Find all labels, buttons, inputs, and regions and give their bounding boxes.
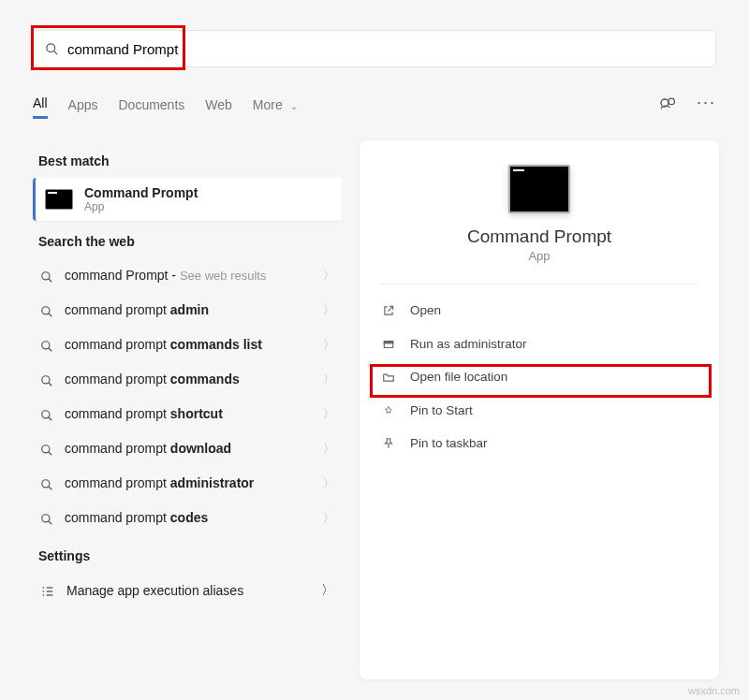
search-icon — [43, 41, 60, 57]
pin-icon — [380, 402, 397, 416]
tab-more-label: More — [253, 97, 283, 112]
app-icon — [45, 189, 73, 210]
svg-point-16 — [42, 479, 50, 487]
preview-title: Command Prompt — [360, 226, 719, 247]
settings-item[interactable]: Manage app execution aliases 〉 — [33, 573, 342, 608]
svg-line-13 — [49, 416, 52, 420]
action-open-location-label: Open file location — [410, 370, 507, 384]
svg-line-9 — [49, 347, 52, 351]
svg-line-19 — [49, 520, 52, 524]
more-options-icon[interactable]: ··· — [697, 94, 716, 110]
web-result-item[interactable]: command prompt commands list〉 — [33, 328, 342, 362]
web-result-label: command prompt shortcut — [65, 406, 223, 421]
web-result-item[interactable]: command Prompt - See web results〉 — [33, 258, 342, 293]
svg-point-10 — [42, 375, 50, 383]
section-settings: Settings — [38, 548, 336, 563]
folder-icon — [380, 370, 397, 384]
svg-line-7 — [49, 313, 52, 316]
chevron-right-icon: 〉 — [323, 475, 334, 491]
web-result-label: command prompt download — [65, 441, 231, 456]
shield-icon — [380, 336, 397, 350]
chevron-right-icon: 〉 — [323, 268, 334, 284]
svg-point-3 — [668, 98, 674, 104]
tab-documents[interactable]: Documents — [118, 97, 184, 118]
section-web: Search the web — [38, 234, 336, 249]
section-best-match: Best match — [38, 153, 336, 168]
search-icon — [40, 372, 53, 386]
chevron-right-icon: 〉 — [323, 337, 334, 353]
action-open-label: Open — [410, 303, 441, 317]
filter-tabs: All Apps Documents Web More ⌄ — [33, 95, 298, 119]
svg-line-17 — [49, 486, 52, 489]
action-run-admin-label: Run as administrator — [410, 337, 527, 351]
tab-more[interactable]: More ⌄ — [253, 97, 298, 118]
preview-panel: Command Prompt App Open Run as administr… — [360, 140, 719, 679]
tab-web[interactable]: Web — [205, 97, 232, 118]
svg-point-8 — [42, 341, 50, 348]
results-panel: Best match Command Prompt App Search the… — [33, 140, 342, 608]
action-pin-start[interactable]: Pin to Start — [373, 393, 706, 426]
chevron-right-icon: 〉 — [323, 510, 334, 526]
svg-line-11 — [49, 382, 52, 386]
web-result-item[interactable]: command prompt commands〉 — [33, 362, 342, 397]
svg-point-18 — [42, 514, 50, 521]
action-open[interactable]: Open — [373, 294, 706, 327]
web-result-item[interactable]: command prompt shortcut〉 — [33, 397, 342, 431]
svg-point-4 — [42, 271, 50, 279]
web-result-item[interactable]: command prompt admin〉 — [33, 293, 342, 328]
web-result-item[interactable]: command prompt codes〉 — [33, 501, 342, 535]
web-result-item[interactable]: command prompt administrator〉 — [33, 466, 342, 501]
action-pin-taskbar-label: Pin to taskbar — [410, 436, 488, 450]
search-icon — [40, 406, 53, 421]
open-icon — [380, 303, 397, 317]
settings-item-label: Manage app execution aliases — [66, 583, 243, 598]
tab-all[interactable]: All — [33, 95, 48, 119]
svg-line-15 — [49, 451, 52, 455]
action-pin-taskbar[interactable]: Pin to taskbar — [373, 427, 706, 459]
web-result-label: command prompt commands list — [65, 337, 262, 352]
search-bar[interactable] — [33, 30, 716, 67]
web-result-item[interactable]: command prompt download〉 — [33, 431, 342, 466]
best-match-title: Command Prompt — [84, 185, 198, 200]
web-result-label: command Prompt - See web results — [65, 268, 266, 283]
search-input[interactable] — [60, 36, 706, 63]
preview-app-icon — [508, 165, 570, 213]
watermark: wsxdn.com — [688, 685, 740, 696]
settings-list-icon — [40, 582, 55, 598]
search-icon — [40, 441, 53, 456]
chevron-right-icon: 〉 — [321, 582, 334, 599]
svg-line-5 — [49, 278, 52, 282]
chevron-right-icon: 〉 — [323, 302, 334, 318]
chevron-right-icon: 〉 — [323, 372, 334, 387]
divider — [380, 284, 698, 284]
web-result-label: command prompt codes — [65, 510, 208, 525]
search-icon — [40, 337, 53, 352]
action-pin-start-label: Pin to Start — [410, 403, 473, 417]
svg-line-1 — [53, 51, 57, 55]
svg-point-14 — [42, 445, 50, 452]
feedback-icon[interactable] — [659, 94, 678, 110]
search-icon — [40, 475, 53, 490]
search-icon — [40, 268, 53, 283]
search-icon — [40, 510, 53, 525]
tab-apps[interactable]: Apps — [68, 97, 98, 118]
best-match-subtitle: App — [84, 200, 198, 213]
search-icon — [40, 302, 53, 317]
best-match-item[interactable]: Command Prompt App — [33, 178, 342, 221]
action-open-location[interactable]: Open file location — [373, 360, 706, 393]
web-result-label: command prompt admin — [65, 302, 209, 317]
action-run-admin[interactable]: Run as administrator — [373, 327, 706, 359]
web-result-label: command prompt commands — [65, 372, 240, 386]
svg-point-0 — [46, 44, 54, 52]
chevron-right-icon: 〉 — [323, 406, 334, 422]
svg-point-12 — [42, 410, 50, 417]
svg-point-6 — [42, 306, 50, 314]
preview-subtitle: App — [360, 249, 719, 263]
svg-rect-27 — [384, 341, 392, 343]
pin-icon — [380, 436, 397, 450]
chevron-right-icon: 〉 — [323, 441, 334, 457]
chevron-down-icon: ⌄ — [290, 101, 298, 111]
web-result-label: command prompt administrator — [65, 475, 254, 490]
